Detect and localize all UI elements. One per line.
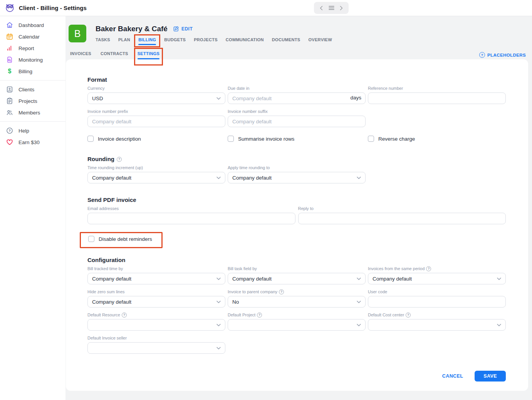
chevron-down-icon bbox=[216, 97, 221, 100]
cancel-button[interactable]: CANCEL bbox=[442, 373, 463, 379]
sidebar-item-earn[interactable]: Earn $30 bbox=[0, 136, 65, 148]
field-invoice-prefix: Invoice number prefix bbox=[87, 109, 225, 127]
due-date-input[interactable] bbox=[228, 92, 366, 104]
tab-billing[interactable]: BILLING bbox=[138, 37, 156, 45]
subtab-contracts[interactable]: CONTRACTS bbox=[101, 51, 128, 59]
checkbox-invoice-description[interactable]: Invoice description bbox=[87, 136, 225, 142]
checkbox-summarise-rows[interactable]: Summarise invoice rows bbox=[228, 136, 366, 142]
sidebar-divider bbox=[0, 80, 65, 81]
field-bill-task-field: Bill task field by Company default bbox=[228, 266, 366, 284]
field-label: User code bbox=[368, 289, 506, 294]
main-content: B Baker Bakery & Café EDIT TASKS PLAN BI… bbox=[65, 16, 532, 400]
invoices-same-period-select[interactable]: Company default bbox=[368, 273, 506, 284]
help-icon[interactable]: ? bbox=[279, 289, 284, 294]
id-badge-icon bbox=[6, 86, 13, 93]
checkbox-icon[interactable] bbox=[88, 236, 94, 242]
reference-number-input[interactable] bbox=[368, 92, 506, 104]
help-icon[interactable]: ? bbox=[117, 157, 122, 162]
chevron-down-icon bbox=[497, 324, 501, 326]
billing-subtabs: INVOICES CONTRACTS SETTINGS bbox=[70, 51, 159, 59]
checkbox-disable-debt-reminders[interactable]: Disable debt reminders bbox=[88, 236, 152, 242]
clipboard-icon bbox=[6, 97, 13, 105]
default-cost-center-select[interactable] bbox=[368, 319, 506, 331]
field-label: Reply to bbox=[298, 206, 506, 211]
field-bill-tracked-time: Bill tracked time by Company default bbox=[87, 266, 225, 284]
field-label: Due date in bbox=[228, 86, 366, 91]
subtab-settings[interactable]: SETTINGS bbox=[138, 51, 159, 59]
tab-plan[interactable]: PLAN bbox=[118, 37, 130, 45]
sidebar-label: Projects bbox=[18, 98, 37, 104]
sidebar-item-members[interactable]: Members bbox=[0, 107, 65, 118]
checkbox-icon[interactable] bbox=[228, 136, 234, 142]
checkbox-icon[interactable] bbox=[368, 136, 374, 142]
chevron-down-icon bbox=[357, 324, 361, 326]
forward-icon[interactable] bbox=[337, 4, 345, 12]
heart-icon bbox=[6, 138, 13, 146]
field-label: Hide zero sum lines bbox=[87, 289, 225, 294]
tab-budgets[interactable]: BUDGETS bbox=[164, 37, 186, 45]
sidebar-item-monitoring[interactable]: Monitoring bbox=[0, 54, 65, 66]
page-title: Client - Billing - Settings bbox=[19, 5, 87, 11]
placeholders-link[interactable]: ? PLACEHOLDERS bbox=[479, 52, 526, 58]
reply-to-input[interactable] bbox=[298, 213, 506, 224]
hide-zero-sum-select[interactable]: Company default bbox=[87, 296, 225, 308]
bar-chart-icon bbox=[6, 44, 13, 52]
user-code-input[interactable] bbox=[368, 296, 506, 308]
field-label: Default Resource? bbox=[87, 312, 225, 318]
sidebar-item-clients[interactable]: Clients bbox=[0, 84, 65, 95]
rounding-increment-select[interactable]: Company default bbox=[87, 172, 225, 183]
menu-icon[interactable] bbox=[327, 4, 335, 12]
invoice-prefix-input[interactable] bbox=[87, 116, 225, 127]
svg-text:?: ? bbox=[8, 129, 11, 133]
help-icon[interactable]: ? bbox=[122, 313, 127, 318]
section-heading-configuration: Configuration bbox=[87, 257, 506, 264]
tab-communication[interactable]: COMMUNICATION bbox=[226, 37, 264, 45]
chevron-down-icon bbox=[357, 176, 361, 179]
client-header: B Baker Bakery & Café EDIT TASKS PLAN BI… bbox=[65, 16, 532, 45]
field-label: Default Cost center? bbox=[368, 312, 506, 318]
app-window: Client - Billing - Settings Dashboard Ca… bbox=[0, 0, 532, 400]
sidebar-item-billing[interactable]: $ Billing bbox=[0, 66, 65, 77]
section-heading-rounding: Rounding ? bbox=[87, 156, 506, 163]
default-project-select[interactable] bbox=[228, 319, 366, 331]
help-icon[interactable]: ? bbox=[257, 313, 262, 318]
invoice-parent-company-select[interactable]: No bbox=[228, 296, 366, 308]
edit-button[interactable]: EDIT bbox=[173, 26, 193, 32]
field-invoice-suffix: Invoice number suffix bbox=[228, 109, 366, 127]
sidebar-item-help[interactable]: ? Help bbox=[0, 125, 65, 136]
sidebar-item-report[interactable]: Report bbox=[0, 42, 65, 54]
tab-projects[interactable]: PROJECTS bbox=[194, 37, 218, 45]
top-header-bar: Client - Billing - Settings bbox=[0, 0, 532, 16]
tab-tasks[interactable]: TASKS bbox=[96, 37, 110, 45]
default-invoice-seller-select[interactable] bbox=[87, 342, 225, 354]
invoice-suffix-input[interactable] bbox=[228, 116, 366, 127]
back-icon[interactable] bbox=[317, 4, 325, 12]
currency-select[interactable]: USD bbox=[87, 92, 225, 104]
apply-rounding-select[interactable]: Company default bbox=[228, 172, 366, 183]
sidebar-item-projects[interactable]: Projects bbox=[0, 95, 65, 107]
checkbox-reverse-charge[interactable]: Reverse charge bbox=[368, 136, 506, 142]
default-resource-select[interactable] bbox=[87, 319, 225, 331]
save-button[interactable]: SAVE bbox=[475, 371, 506, 382]
client-avatar: B bbox=[69, 25, 86, 42]
sidebar-item-calendar[interactable]: Calendar bbox=[0, 31, 65, 42]
help-icon[interactable]: ? bbox=[406, 313, 411, 318]
field-default-cost-center: Default Cost center? bbox=[368, 312, 506, 331]
chevron-down-icon bbox=[216, 347, 221, 350]
tab-overview[interactable]: OVERVIEW bbox=[308, 37, 332, 45]
email-addresses-input[interactable] bbox=[87, 213, 295, 224]
chevron-down-icon bbox=[497, 277, 501, 280]
sidebar-item-dashboard[interactable]: Dashboard bbox=[0, 19, 65, 31]
question-circle-icon: ? bbox=[6, 127, 13, 134]
tab-documents[interactable]: DOCUMENTS bbox=[272, 37, 300, 45]
bill-task-field-select[interactable]: Company default bbox=[228, 273, 366, 284]
sidebar-label: Calendar bbox=[18, 34, 40, 40]
subtab-invoices[interactable]: INVOICES bbox=[70, 51, 91, 59]
help-icon[interactable]: ? bbox=[426, 266, 431, 271]
checkbox-icon[interactable] bbox=[87, 136, 94, 142]
brand: Client - Billing - Settings bbox=[5, 3, 87, 13]
bill-tracked-time-select[interactable]: Company default bbox=[87, 273, 225, 284]
field-default-project: Default Project? bbox=[228, 312, 366, 331]
section-heading-format: Format bbox=[87, 76, 506, 83]
field-default-invoice-seller: Default Invoice seller bbox=[87, 335, 225, 354]
